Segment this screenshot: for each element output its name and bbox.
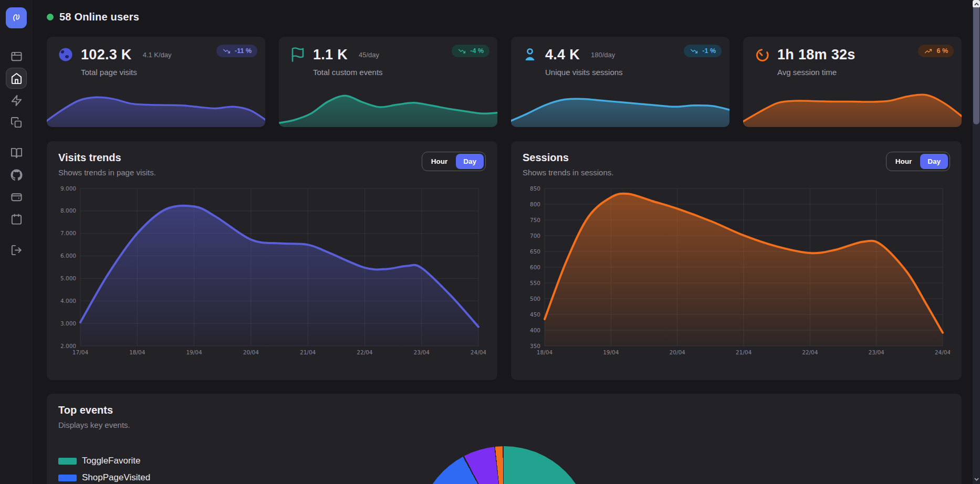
sidebar-item-logout[interactable] [6, 239, 27, 260]
visits-trends-subtitle: Shows trends in page visits. [58, 168, 156, 177]
svg-text:8.000: 8.000 [60, 207, 76, 214]
stat-card-unique-visits: 4.4 K 180/day Unique visits sessions -1 … [511, 37, 729, 127]
copy-icon [11, 117, 23, 129]
stat-cards-row: 102.3 K 4.1 K/day Total page visits -11 … [47, 37, 962, 127]
visits-toggle-day[interactable]: Day [456, 154, 484, 169]
stat-value: 1.1 K [313, 47, 348, 63]
stat-label: Total page visits [81, 68, 256, 77]
sidebar-item-github[interactable] [6, 164, 27, 185]
sessions-title: Sessions [523, 152, 613, 164]
stat-card-total-custom-events: 1.1 K 45/day Total custom events -4 % [279, 37, 497, 127]
stat-badge-0: -11 % [216, 45, 257, 57]
stat-value: 1h 18m 32s [777, 47, 856, 63]
svg-text:2.000: 2.000 [60, 343, 76, 349]
calendar-icon [11, 213, 23, 225]
svg-text:750: 750 [530, 217, 540, 223]
scrollbar-thumb[interactable] [973, 7, 979, 124]
stat-label: Unique visits sessions [545, 68, 720, 77]
svg-text:23/04: 23/04 [869, 349, 885, 355]
svg-text:7.000: 7.000 [60, 230, 76, 236]
app-window-icon [11, 50, 23, 62]
vertical-scrollbar[interactable] [973, 0, 980, 484]
scrollbar-down-button[interactable] [973, 476, 980, 483]
svg-text:550: 550 [530, 280, 540, 286]
github-icon [11, 169, 23, 181]
svg-text:350: 350 [530, 343, 540, 349]
stat-value: 4.4 K [545, 47, 580, 63]
zap-icon [11, 94, 23, 107]
stat-per-day: 45/day [359, 51, 379, 59]
sessions-toggle-day[interactable]: Day [920, 154, 948, 169]
main-content: 58 Online users 102.3 K 4.1 K/day Tot [33, 0, 973, 484]
svg-text:450: 450 [530, 311, 540, 318]
svg-text:3.000: 3.000 [60, 320, 76, 327]
top-events-subtitle: Displays key events. [58, 420, 950, 429]
svg-text:17/04: 17/04 [72, 349, 89, 355]
flag-icon [289, 46, 306, 63]
visits-interval-toggle: Hour Day [422, 152, 486, 171]
online-status-dot [47, 14, 54, 20]
sparkline-total-page-visits [47, 90, 265, 127]
sidebar-item-home[interactable] [6, 68, 27, 89]
sessions-subtitle: Shows trends in sessions. [523, 168, 613, 177]
sidebar [0, 0, 33, 484]
stat-card-total-page-visits: 102.3 K 4.1 K/day Total page visits -11 … [47, 37, 265, 127]
svg-text:9.000: 9.000 [60, 185, 76, 192]
visits-trends-chart: 2.0003.0004.0005.0006.0007.0008.0009.000… [58, 184, 486, 357]
sidebar-item-zap[interactable] [6, 90, 27, 111]
sessions-interval-toggle: Hour Day [886, 152, 950, 171]
svg-text:19/04: 19/04 [186, 349, 202, 355]
user-icon [522, 46, 538, 63]
stat-per-day: 4.1 K/day [143, 51, 172, 59]
visits-toggle-hour[interactable]: Hour [424, 154, 455, 169]
top-events-title: Top events [58, 404, 950, 416]
sidebar-item-book[interactable] [6, 142, 27, 163]
sessions-chart: 35040045050055060065070075080085018/0419… [523, 184, 950, 357]
svg-text:24/04: 24/04 [471, 349, 486, 355]
sessions-card: Sessions Shows trends in sessions. Hour … [511, 141, 962, 380]
sparkline-avg-session-time [743, 90, 962, 127]
stat-label: Total custom events [313, 68, 488, 77]
chevron-up-icon [974, 3, 979, 6]
svg-text:650: 650 [530, 248, 540, 255]
globe-icon [57, 46, 74, 63]
timer-icon [754, 46, 770, 63]
home-icon [11, 72, 23, 85]
book-open-icon [11, 147, 23, 159]
sessions-toggle-hour[interactable]: Hour [888, 154, 920, 169]
online-users-title: 58 Online users [59, 11, 139, 23]
stat-value: 102.3 K [81, 47, 132, 63]
svg-text:4.000: 4.000 [60, 298, 76, 304]
svg-text:21/04: 21/04 [736, 349, 752, 355]
stat-badge-1: -4 % [452, 45, 489, 57]
svg-text:700: 700 [530, 233, 540, 239]
svg-text:20/04: 20/04 [670, 349, 686, 355]
svg-text:21/04: 21/04 [300, 349, 316, 355]
stat-per-day: 180/day [591, 51, 615, 59]
sidebar-item-copy[interactable] [6, 112, 27, 133]
sidebar-item-calendar[interactable] [6, 208, 27, 229]
svg-text:850: 850 [530, 185, 540, 192]
sparkline-total-custom-events [279, 90, 497, 127]
svg-text:800: 800 [530, 201, 540, 207]
sidebar-item-wallet[interactable] [6, 186, 27, 207]
top-events-card: Top events Displays key events. ToggleFa… [47, 394, 962, 484]
svg-text:6.000: 6.000 [60, 252, 76, 259]
svg-text:20/04: 20/04 [243, 349, 259, 355]
svg-text:24/04: 24/04 [935, 349, 950, 355]
svg-text:23/04: 23/04 [414, 349, 430, 355]
wallet-icon [11, 191, 23, 203]
legend-swatch [58, 475, 77, 481]
sidebar-nav [6, 45, 27, 261]
log-out-icon [11, 244, 23, 256]
visits-trends-title: Visits trends [58, 152, 156, 164]
trending-up-icon [924, 48, 933, 55]
trending-down-icon [690, 48, 698, 55]
wave-logo-icon [10, 12, 23, 24]
svg-text:22/04: 22/04 [357, 349, 373, 355]
svg-text:500: 500 [530, 296, 540, 302]
app-logo[interactable] [6, 7, 27, 28]
sidebar-item-app-window[interactable] [6, 46, 27, 67]
scrollbar-up-button[interactable] [973, 0, 980, 8]
trending-down-icon [222, 48, 231, 55]
